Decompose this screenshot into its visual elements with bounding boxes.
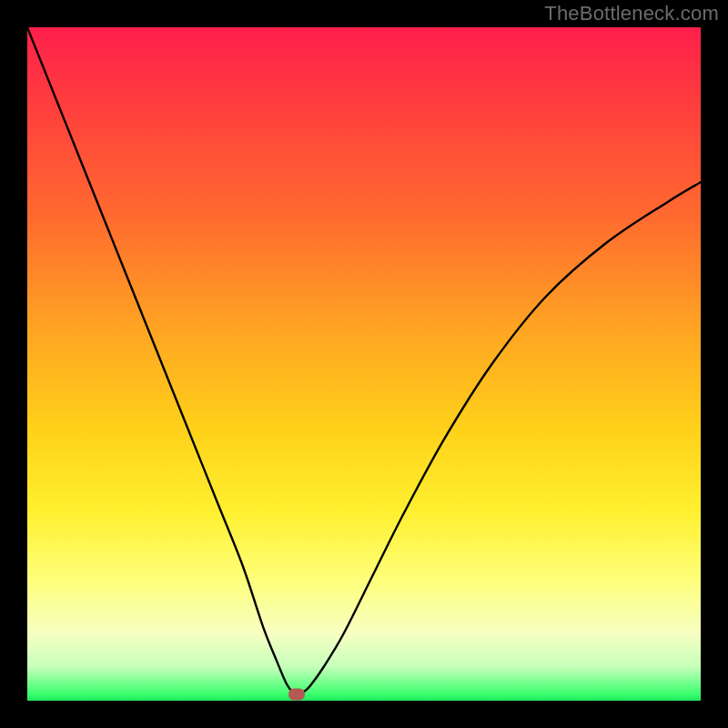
watermark-text: TheBottleneck.com bbox=[544, 2, 719, 25]
optimal-marker bbox=[288, 688, 305, 700]
plot-area bbox=[27, 27, 701, 701]
bottleneck-curve bbox=[27, 27, 701, 701]
curve-path bbox=[27, 27, 701, 694]
chart-frame: TheBottleneck.com bbox=[0, 0, 728, 728]
